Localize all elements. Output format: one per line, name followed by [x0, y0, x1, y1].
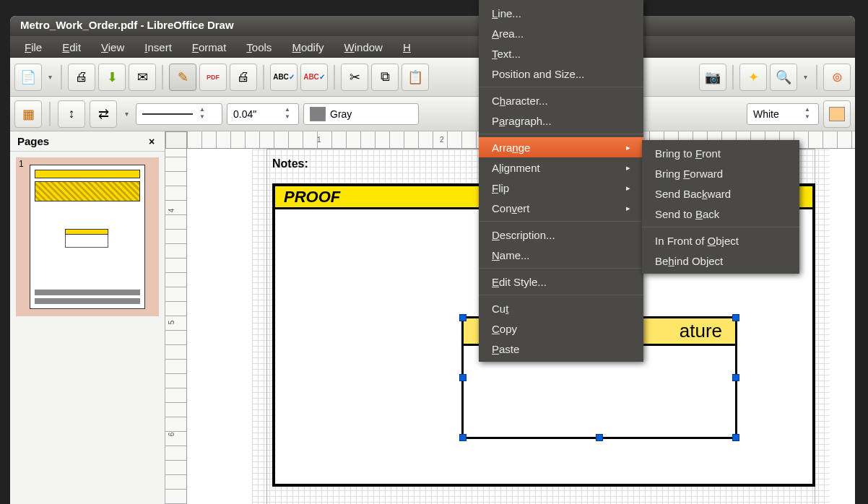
page-thumbnail[interactable]: 1: [16, 157, 159, 316]
dropdown-arrow-icon[interactable]: ▾: [800, 73, 810, 81]
lifebuoy-icon: ⊚: [832, 69, 843, 85]
menu-item-paragraph[interactable]: Paragraph...: [479, 110, 643, 131]
line-toolbar: ▦ ↕ ⇄ ▾ ▲▼ 0.04" ▲▼ Gray White ▲▼: [10, 97, 855, 131]
menu-item-label: Line...: [492, 7, 521, 19]
line-width-input[interactable]: 0.04" ▲▼: [227, 103, 299, 125]
menu-format[interactable]: Format: [182, 38, 237, 56]
dropdown-arrow-icon[interactable]: ▾: [121, 110, 131, 118]
line-preview: [142, 113, 193, 115]
cut-button[interactable]: ✂: [341, 64, 368, 91]
menu-item-alignment[interactable]: Alignment▸: [479, 157, 643, 178]
menu-insert[interactable]: Insert: [134, 38, 182, 56]
separator: [49, 102, 51, 126]
spinner-down[interactable]: ▼: [197, 114, 207, 121]
spinner-up[interactable]: ▲: [197, 107, 207, 114]
menu-item-text[interactable]: Text...: [479, 43, 643, 64]
autospell-button[interactable]: ABC✓: [300, 64, 328, 91]
print-button[interactable]: 🖨: [68, 64, 95, 91]
paste-button[interactable]: 📋: [402, 64, 429, 91]
copy-button[interactable]: ⧉: [371, 64, 399, 91]
camera-button[interactable]: 📷: [699, 64, 726, 91]
selection-handle[interactable]: [459, 434, 466, 441]
help-button[interactable]: ⊚: [823, 64, 851, 91]
menu-item-name[interactable]: Name...: [479, 245, 643, 265]
line-pattern-selector[interactable]: ▲▼: [136, 103, 222, 125]
pages-panel: Pages × 1: [10, 131, 165, 504]
menu-item-label: Name...: [492, 249, 530, 261]
arrow-style-button[interactable]: ↕: [58, 100, 85, 128]
menu-edit[interactable]: Edit: [52, 38, 91, 56]
separator: [263, 65, 264, 90]
edit-mode-button[interactable]: ✎: [169, 64, 196, 91]
window-title: Metro_Work_Order.pdf - LibreOffice Draw: [20, 19, 234, 31]
menu-separator: [479, 221, 643, 222]
menu-item-bring-forward[interactable]: Bring Forward: [642, 163, 799, 183]
spinner-down[interactable]: ▼: [802, 114, 812, 121]
menu-item-convert[interactable]: Convert▸: [479, 198, 643, 218]
menu-item-send-backward[interactable]: Send Backward: [642, 183, 799, 204]
menu-item-label: Position and Size...: [492, 68, 584, 80]
menu-item-behind-object[interactable]: Behind Object: [642, 251, 799, 271]
new-doc-button[interactable]: 📄: [14, 64, 42, 91]
menu-separator: [642, 227, 799, 227]
menu-item-bring-to-front[interactable]: Bring to Front: [642, 143, 799, 163]
page-thumbnail-container: 1: [10, 152, 165, 322]
shadow-button[interactable]: [823, 100, 851, 128]
line-style-button[interactable]: ▦: [14, 100, 42, 128]
export-pdf-button[interactable]: PDF: [199, 64, 227, 91]
menu-file[interactable]: File: [14, 38, 52, 56]
selection-handle[interactable]: [459, 374, 466, 381]
selection-handle[interactable]: [732, 434, 739, 441]
spinner-up[interactable]: ▲: [282, 107, 292, 114]
menu-item-paste[interactable]: Paste: [479, 339, 643, 359]
menu-separator: [479, 268, 643, 269]
separator: [162, 65, 163, 90]
save-button[interactable]: ⬇: [98, 64, 126, 91]
menu-item-in-front-of-object[interactable]: In Front of Object: [642, 230, 799, 251]
menu-item-arrange[interactable]: Arrange▸: [479, 137, 643, 157]
menu-item-position-and-size[interactable]: Position and Size...: [479, 64, 643, 84]
print-direct-button[interactable]: 🖨: [230, 64, 257, 91]
vertical-ruler[interactable]: 4 5 6: [165, 149, 187, 504]
arrow-swap-button[interactable]: ⇄: [90, 100, 117, 128]
menu-item-send-to-back[interactable]: Send to Back: [642, 204, 799, 224]
menu-item-label: Character...: [492, 95, 548, 107]
sparkle-icon: ✦: [748, 69, 759, 85]
menu-item-label: Flip: [492, 182, 509, 194]
email-button[interactable]: ✉: [129, 64, 156, 91]
document-icon: 📄: [20, 69, 36, 85]
menu-item-description[interactable]: Description...: [479, 225, 643, 245]
menu-modify[interactable]: Modify: [282, 38, 334, 56]
zoom-button[interactable]: 🔍: [770, 64, 797, 91]
selection-handle[interactable]: [732, 314, 739, 321]
close-icon[interactable]: ×: [146, 136, 157, 147]
fill-color-selector[interactable]: White ▲▼: [747, 103, 819, 125]
menu-item-edit-style[interactable]: Edit Style...: [479, 271, 643, 292]
line-style-icon: ▦: [22, 106, 35, 122]
selection-handle[interactable]: [459, 314, 466, 321]
spinner-up[interactable]: ▲: [802, 107, 812, 114]
selection-handle[interactable]: [596, 434, 603, 441]
menu-item-character[interactable]: Character...: [479, 90, 643, 110]
menu-item-copy[interactable]: Copy: [479, 318, 643, 339]
menu-item-line[interactable]: Line...: [479, 3, 643, 23]
spellcheck-button[interactable]: ABC✓: [270, 64, 298, 91]
spinner-down[interactable]: ▼: [282, 114, 292, 121]
submenu-arrow-icon: ▸: [626, 204, 630, 213]
line-color-selector[interactable]: Gray: [303, 103, 419, 125]
menu-view[interactable]: View: [91, 38, 134, 56]
menu-item-area[interactable]: Area...: [479, 23, 643, 43]
effects-button[interactable]: ✦: [739, 64, 767, 91]
menu-window[interactable]: Window: [334, 38, 393, 56]
menu-h[interactable]: H: [393, 38, 421, 56]
menu-item-label: Edit Style...: [492, 276, 547, 288]
menu-item-flip[interactable]: Flip▸: [479, 178, 643, 198]
menu-tools[interactable]: Tools: [236, 38, 282, 56]
abc-check-icon: ABC✓: [303, 73, 325, 81]
submenu-arrow-icon: ▸: [626, 143, 630, 152]
selection-handle[interactable]: [732, 374, 739, 381]
dropdown-arrow-icon[interactable]: ▾: [45, 73, 55, 81]
menu-item-label: Send Backward: [655, 188, 731, 200]
menu-item-cut[interactable]: Cut: [479, 298, 643, 318]
menu-item-label: Alignment: [492, 162, 540, 174]
